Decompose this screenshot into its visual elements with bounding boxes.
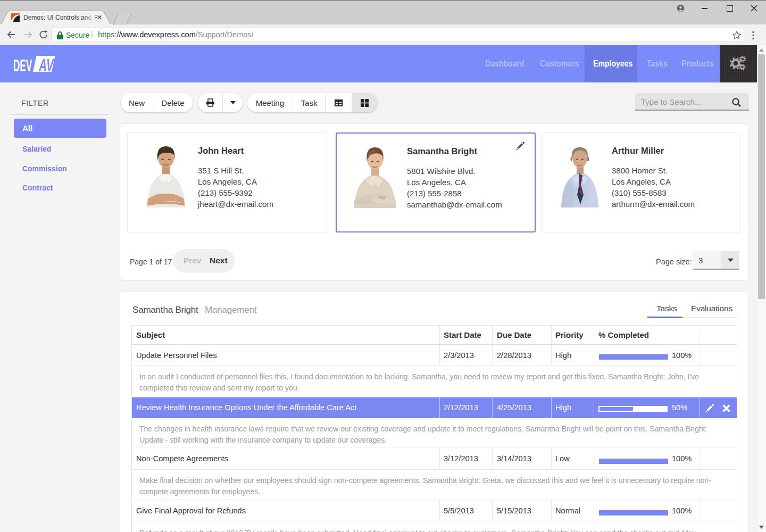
svg-text:AV: AV [38,55,55,72]
svg-text:DEV: DEV [13,56,32,72]
